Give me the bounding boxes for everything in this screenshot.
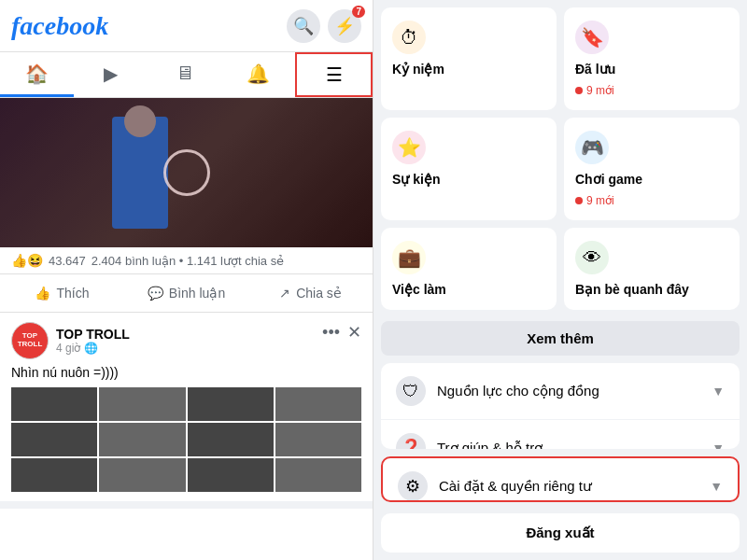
see-more-button[interactable]: Xem thêm [381, 321, 740, 356]
like-button[interactable]: 👍 Thích [0, 278, 124, 308]
post-image-grid [11, 387, 361, 492]
menu-item-da-luu[interactable]: 🔖 Đã lưu 9 mới [564, 7, 740, 110]
grid-cell-12 [275, 458, 361, 492]
logout-button[interactable]: Đăng xuất [381, 513, 740, 553]
grid-cell-7 [188, 423, 274, 456]
messenger-button[interactable]: ⚡ 7 [328, 9, 361, 43]
tab-home[interactable]: 🏠 [0, 52, 74, 97]
cai-dat-label: Cài đặt & quyền riêng tư [439, 478, 592, 495]
tab-menu[interactable]: ☰ [295, 52, 373, 97]
post-meta: 4 giờ 🌐 [56, 342, 130, 355]
video-area [0, 98, 373, 247]
badge-dot [575, 87, 583, 94]
cai-dat-item[interactable]: ⚙ Cài đặt & quyền riêng tư ▼ [383, 458, 738, 502]
grid-cell-1 [11, 387, 97, 421]
post-content: Nhìn nú nuôn =)))) [11, 365, 361, 380]
menu-item-ban-be[interactable]: 👁 Bạn bè quanh đây [564, 228, 740, 310]
fb-logo: facebook [11, 11, 108, 41]
ky-niem-label: Kỷ niệm [392, 62, 545, 77]
nguon-luc-left: 🛡 Nguồn lực cho cộng đồng [396, 376, 599, 406]
da-luu-badge: 9 mới [575, 84, 728, 97]
header-icons: 🔍 ⚡ 7 [287, 9, 361, 43]
menu-item-ky-niem[interactable]: ⏱ Kỷ niệm [381, 7, 557, 110]
messenger-badge: 7 [352, 6, 365, 18]
post-dots-button[interactable]: ••• [322, 323, 340, 343]
ky-niem-icon: ⏱ [392, 21, 426, 54]
tab-video[interactable]: ▶ [74, 52, 148, 97]
post-stats: 👍😆 43.647 2.404 bình luận • 1.141 lượt c… [0, 247, 373, 274]
su-kien-label: Sự kiện [392, 172, 545, 187]
author-details: TOP TROLL 4 giờ 🌐 [56, 327, 130, 355]
comment-label: Bình luận [169, 286, 225, 301]
nav-tabs: 🏠 ▶ 🖥 🔔 ☰ [0, 52, 373, 98]
search-icon: 🔍 [293, 16, 314, 36]
tab-marketplace[interactable]: 🖥 [148, 52, 221, 97]
like-icon: 👍 [35, 286, 50, 301]
avatar: TOPTROLL [11, 322, 49, 359]
grid-cell-11 [188, 458, 274, 492]
grid-cell-5 [11, 423, 97, 456]
grid-cell-6 [99, 423, 185, 456]
menu-item-su-kien[interactable]: ⭐ Sự kiện [381, 118, 557, 220]
choi-game-badge-dot [575, 197, 583, 204]
post-author-info: TOPTROLL TOP TROLL 4 giờ 🌐 [11, 322, 130, 359]
post-header-actions: ••• ✕ [322, 322, 361, 343]
comment-icon: 💬 [148, 286, 163, 301]
choi-game-icon: 🎮 [575, 131, 609, 164]
post-close-button[interactable]: ✕ [347, 322, 361, 343]
su-kien-icon: ⭐ [392, 131, 426, 164]
author-name: TOP TROLL [56, 327, 130, 342]
cai-dat-left: ⚙ Cài đặt & quyền riêng tư [398, 471, 592, 501]
menu-sections: 🛡 Nguồn lực cho cộng đồng ▼ ❓ Trợ giúp &… [381, 363, 740, 449]
post-header: TOPTROLL TOP TROLL 4 giờ 🌐 ••• ✕ [11, 322, 361, 359]
choi-game-label: Chơi game [575, 172, 728, 187]
menu-item-viec-lam[interactable]: 💼 Việc làm [381, 228, 557, 310]
share-button[interactable]: ↗ Chia sẻ [248, 278, 373, 308]
left-panel: facebook 🔍 ⚡ 7 🏠 ▶ 🖥 🔔 ☰ [0, 0, 374, 560]
tro-giup-icon: ❓ [396, 433, 426, 449]
da-luu-label: Đã lưu [575, 62, 728, 77]
nguon-luc-item[interactable]: 🛡 Nguồn lực cho cộng đồng ▼ [381, 363, 740, 420]
grid-cell-10 [99, 458, 185, 492]
messenger-icon: ⚡ [334, 16, 355, 36]
choi-game-badge-text: 9 mới [586, 194, 614, 207]
nguon-luc-icon: 🛡 [396, 376, 426, 406]
comment-button[interactable]: 💬 Bình luận [124, 278, 248, 308]
menu-grid: ⏱ Kỷ niệm 🔖 Đã lưu 9 mới ⭐ Sự kiện 🎮 Chơ… [374, 0, 747, 317]
menu-item-choi-game[interactable]: 🎮 Chơi game 9 mới [564, 118, 740, 220]
grid-cell-9 [11, 458, 97, 492]
like-count: 43.647 [49, 254, 86, 268]
tro-giup-label: Trợ giúp & hỗ trợ [437, 440, 543, 449]
search-button[interactable]: 🔍 [287, 9, 320, 43]
privacy-icon: 🌐 [84, 342, 98, 355]
tro-giup-left: ❓ Trợ giúp & hỗ trợ [396, 433, 543, 449]
grid-cell-4 [275, 387, 361, 421]
post-time: 4 giờ [56, 342, 80, 355]
tab-notifications[interactable]: 🔔 [221, 52, 295, 97]
choi-game-badge: 9 mới [575, 194, 728, 207]
like-label: Thích [56, 286, 89, 301]
nguon-luc-chevron: ▼ [712, 384, 725, 399]
grid-cell-8 [275, 423, 361, 456]
da-luu-badge-text: 9 mới [586, 84, 614, 97]
ban-be-label: Bạn bè quanh đây [575, 282, 728, 297]
post-detail-stats: 2.404 bình luận • 1.141 lượt chia sẻ [92, 254, 284, 268]
ban-be-icon: 👁 [575, 241, 609, 274]
fb-header: facebook 🔍 ⚡ 7 [0, 0, 373, 52]
grid-cell-2 [99, 387, 185, 421]
nguon-luc-label: Nguồn lực cho cộng đồng [437, 383, 599, 399]
tro-giup-item[interactable]: ❓ Trợ giúp & hỗ trợ ▼ [381, 420, 740, 449]
viec-lam-label: Việc làm [392, 282, 545, 297]
post-card: TOPTROLL TOP TROLL 4 giờ 🌐 ••• ✕ Nhìn nú… [0, 313, 373, 509]
viec-lam-icon: 💼 [392, 241, 426, 274]
post-action-bar: 👍 Thích 💬 Bình luận ↗ Chia sẻ [0, 274, 373, 313]
da-luu-icon: 🔖 [575, 21, 609, 54]
video-placeholder [0, 98, 373, 247]
cai-dat-icon: ⚙ [398, 471, 428, 501]
cai-dat-chevron: ▼ [710, 479, 723, 494]
share-label: Chia sẻ [296, 286, 342, 301]
tro-giup-chevron: ▼ [712, 441, 725, 449]
highlighted-section: ⚙ Cài đặt & quyền riêng tư ▼ [381, 456, 740, 502]
grid-cell-3 [188, 387, 274, 421]
video-circle-overlay [163, 149, 210, 196]
